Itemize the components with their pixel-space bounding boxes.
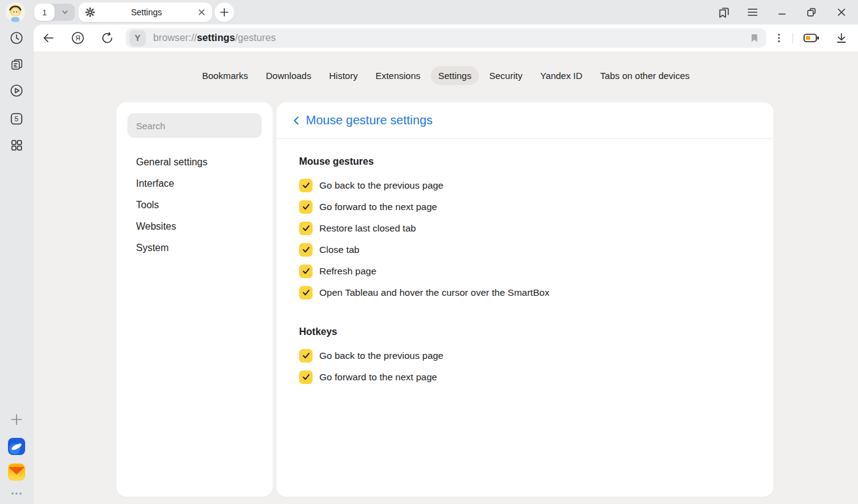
more-menu-button[interactable] (769, 28, 789, 48)
checkbox-checked[interactable] (299, 349, 313, 363)
new-tab-button[interactable] (214, 2, 234, 22)
plus-icon (219, 7, 229, 17)
gesture-row[interactable]: Go back to the previous page (299, 175, 751, 196)
news-feed-icon (9, 57, 24, 72)
settings-nav-general[interactable]: General settings (127, 151, 262, 173)
mail-app-button[interactable] (7, 462, 26, 482)
history-button[interactable] (7, 28, 26, 48)
more-dots-icon (10, 487, 23, 500)
refresh-icon (101, 31, 114, 45)
nav-tab-yandex-id[interactable]: Yandex ID (533, 66, 590, 85)
gesture-row[interactable]: Refresh page (299, 260, 751, 282)
gear-icon (85, 7, 96, 18)
gesture-label: Go back to the previous page (319, 180, 444, 191)
gesture-label: Restore last closed tab (319, 223, 416, 234)
address-bar[interactable]: Y browser://settings/gestures (126, 28, 766, 48)
tab-count-icon: 5 (9, 111, 25, 127)
checkbox-checked[interactable] (299, 200, 313, 214)
gesture-label: Go forward to the next page (319, 201, 437, 213)
hamburger-menu-icon (746, 6, 759, 18)
clock-icon (9, 31, 24, 45)
url-text[interactable]: browser://settings/gestures (153, 32, 749, 43)
yandex-home-button[interactable]: Я (68, 28, 88, 48)
page-title: Mouse gesture settings (306, 113, 433, 127)
checkbox-checked[interactable] (299, 370, 313, 384)
gesture-row[interactable]: Restore last closed tab (299, 217, 751, 239)
section-heading-mouse-gestures: Mouse gestures (299, 156, 751, 167)
mail-icon (7, 463, 26, 481)
search-input[interactable] (127, 113, 262, 138)
hotkey-row[interactable]: Go back to the previous page (299, 345, 751, 366)
checkbox-checked[interactable] (299, 265, 313, 278)
video-button[interactable] (7, 81, 26, 100)
checkbox-checked[interactable] (299, 286, 313, 299)
site-badge-icon: Y (129, 30, 146, 47)
plus-icon (10, 413, 23, 426)
gesture-row[interactable]: Open Tableau and hover the cursor over t… (299, 282, 751, 303)
svg-text:Я: Я (75, 34, 80, 42)
nav-tab-settings[interactable]: Settings (431, 66, 479, 85)
settings-nav-tools[interactable]: Tools (127, 194, 262, 216)
checkbox-checked[interactable] (299, 243, 313, 257)
close-tab-icon[interactable] (197, 8, 206, 17)
add-shortcut-button[interactable] (7, 410, 26, 429)
back-chevron-icon[interactable] (290, 114, 303, 127)
nav-tab-bookmarks[interactable]: Bookmarks (195, 66, 256, 85)
tabs-stack-button[interactable]: 5 (7, 109, 26, 129)
tab-counter-group[interactable]: 1 (34, 4, 75, 21)
maximize-button[interactable] (802, 2, 821, 22)
avatar-girl-icon (6, 2, 25, 22)
browser-app-button[interactable] (7, 437, 26, 456)
tab-counter[interactable]: 1 (34, 4, 55, 21)
minimize-icon (776, 7, 788, 18)
profile-avatar[interactable] (6, 2, 25, 22)
apps-grid-icon (9, 138, 24, 152)
settings-nav-list: General settings Interface Tools Website… (127, 151, 262, 258)
hotkey-label: Go back to the previous page (319, 350, 444, 361)
browser-pages-nav: Bookmarks Downloads History Extensions S… (34, 66, 858, 85)
downloads-button[interactable] (832, 28, 851, 48)
chevron-down-icon[interactable] (55, 8, 75, 17)
nav-tab-security[interactable]: Security (482, 66, 530, 85)
settings-nav-interface[interactable]: Interface (127, 173, 262, 194)
gesture-row[interactable]: Close tab (299, 239, 751, 260)
toolbar-divider (792, 33, 793, 43)
bookmark-flag-icon[interactable] (749, 32, 760, 43)
feed-button[interactable] (7, 55, 26, 74)
settings-nav-websites[interactable]: Websites (127, 216, 262, 237)
side-panel-button[interactable] (714, 2, 734, 22)
browser-tab-settings[interactable]: Settings (78, 2, 212, 22)
close-window-button[interactable] (832, 2, 851, 22)
services-button[interactable] (7, 135, 26, 155)
hotkey-label: Go forward to the next page (319, 372, 437, 383)
restore-window-icon (806, 7, 817, 18)
section-heading-hotkeys: Hotkeys (299, 326, 751, 337)
download-icon (835, 31, 848, 45)
nav-tab-downloads[interactable]: Downloads (259, 66, 319, 85)
titlebar: 1 Settings (0, 0, 858, 24)
nav-tab-other-devices[interactable]: Tabs on other devices (593, 66, 697, 85)
yandex-browser-logo-icon (7, 437, 26, 456)
checkbox-checked[interactable] (299, 222, 313, 235)
browser-menu-button[interactable] (743, 2, 762, 22)
sidebar-more-button[interactable] (7, 484, 26, 503)
nav-tab-extensions[interactable]: Extensions (368, 66, 428, 85)
gesture-label: Open Tableau and hover the cursor over t… (319, 287, 549, 298)
url-path: /gestures (235, 32, 276, 43)
arrow-left-icon (42, 31, 55, 45)
hotkey-row[interactable]: Go forward to the next page (299, 366, 751, 388)
nav-tab-history[interactable]: History (322, 66, 365, 85)
battery-icon (803, 30, 820, 46)
kebab-menu-icon (773, 32, 784, 43)
gesture-settings-body: Mouse gestures Go back to the previous p… (276, 139, 773, 405)
refresh-button[interactable] (97, 28, 117, 48)
gesture-row[interactable]: Go forward to the next page (299, 196, 751, 217)
close-icon (836, 7, 847, 18)
back-button[interactable] (39, 28, 58, 48)
settings-nav-system[interactable]: System (127, 237, 262, 258)
battery-saver-button[interactable] (802, 28, 821, 48)
checkbox-checked[interactable] (299, 179, 313, 192)
yandex-circle-icon: Я (70, 31, 85, 45)
minimize-button[interactable] (772, 2, 792, 22)
url-scheme: browser:// (153, 32, 197, 43)
